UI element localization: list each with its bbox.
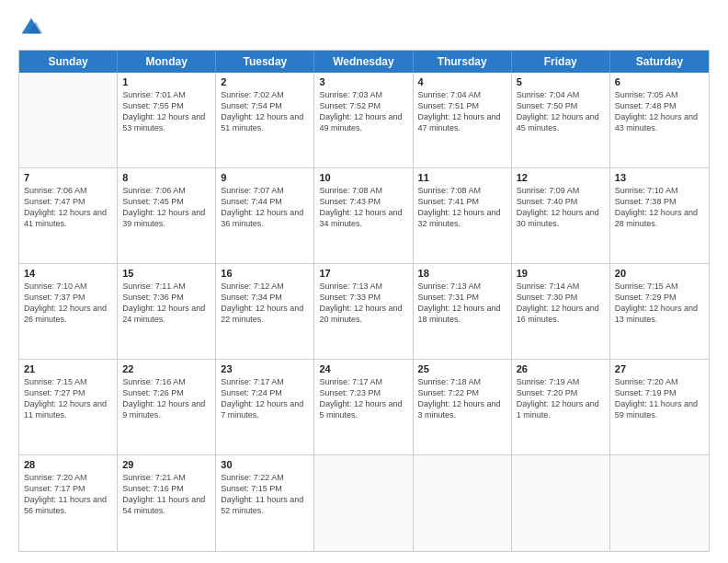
cell-info: Sunrise: 7:08 AM Sunset: 7:43 PM Dayligh… — [319, 185, 407, 230]
calendar-body: 1Sunrise: 7:01 AM Sunset: 7:55 PM Daylig… — [19, 73, 709, 551]
cell-date-number: 13 — [615, 172, 704, 183]
day-header-tuesday: Tuesday — [216, 51, 314, 73]
cell-info: Sunrise: 7:14 AM Sunset: 7:30 PM Dayligh… — [517, 281, 605, 326]
cell-date-number: 15 — [122, 268, 210, 279]
cell-date-number: 6 — [615, 76, 704, 87]
calendar-row-4: 21Sunrise: 7:15 AM Sunset: 7:27 PM Dayli… — [19, 360, 709, 455]
cell-info: Sunrise: 7:01 AM Sunset: 7:55 PM Dayligh… — [122, 89, 210, 134]
cell-info: Sunrise: 7:08 AM Sunset: 7:41 PM Dayligh… — [418, 185, 506, 230]
cell-date-number: 4 — [418, 76, 506, 87]
cell-info: Sunrise: 7:11 AM Sunset: 7:36 PM Dayligh… — [122, 281, 210, 326]
cell-date-number: 28 — [24, 459, 112, 470]
cell-info: Sunrise: 7:13 AM Sunset: 7:33 PM Dayligh… — [319, 281, 407, 326]
cell-info: Sunrise: 7:15 AM Sunset: 7:29 PM Dayligh… — [615, 281, 704, 326]
cell-date-number: 7 — [24, 172, 112, 183]
cell-date-number: 5 — [517, 76, 605, 87]
calendar-cell-20: 20Sunrise: 7:15 AM Sunset: 7:29 PM Dayli… — [610, 264, 709, 359]
calendar-row-2: 7Sunrise: 7:06 AM Sunset: 7:47 PM Daylig… — [19, 168, 709, 264]
cell-date-number: 12 — [517, 172, 605, 183]
calendar-cell-17: 17Sunrise: 7:13 AM Sunset: 7:33 PM Dayli… — [314, 264, 413, 359]
calendar-cell-14: 14Sunrise: 7:10 AM Sunset: 7:37 PM Dayli… — [19, 264, 118, 359]
calendar-cell-27: 27Sunrise: 7:20 AM Sunset: 7:19 PM Dayli… — [610, 360, 709, 454]
day-header-sunday: Sunday — [19, 51, 118, 73]
cell-date-number: 29 — [122, 459, 210, 470]
cell-date-number: 25 — [418, 363, 506, 374]
calendar-cell-9: 9Sunrise: 7:07 AM Sunset: 7:44 PM Daylig… — [216, 168, 314, 263]
cell-date-number: 1 — [122, 76, 210, 87]
day-header-monday: Monday — [118, 51, 216, 73]
cell-info: Sunrise: 7:03 AM Sunset: 7:52 PM Dayligh… — [319, 89, 407, 134]
cell-info: Sunrise: 7:10 AM Sunset: 7:38 PM Dayligh… — [615, 185, 704, 230]
cell-date-number: 19 — [517, 268, 605, 279]
cell-date-number: 3 — [319, 76, 407, 87]
calendar-cell-13: 13Sunrise: 7:10 AM Sunset: 7:38 PM Dayli… — [610, 168, 709, 263]
calendar-cell-2: 2Sunrise: 7:02 AM Sunset: 7:54 PM Daylig… — [216, 73, 314, 167]
cell-info: Sunrise: 7:09 AM Sunset: 7:40 PM Dayligh… — [517, 185, 605, 230]
cell-info: Sunrise: 7:20 AM Sunset: 7:17 PM Dayligh… — [24, 472, 112, 517]
calendar-cell-16: 16Sunrise: 7:12 AM Sunset: 7:34 PM Dayli… — [216, 264, 314, 359]
calendar-cell-18: 18Sunrise: 7:13 AM Sunset: 7:31 PM Dayli… — [414, 264, 512, 359]
calendar-cell-6: 6Sunrise: 7:05 AM Sunset: 7:48 PM Daylig… — [610, 73, 709, 167]
cell-info: Sunrise: 7:15 AM Sunset: 7:27 PM Dayligh… — [24, 376, 112, 421]
calendar-cell-5: 5Sunrise: 7:04 AM Sunset: 7:50 PM Daylig… — [512, 73, 610, 167]
calendar-cell-3: 3Sunrise: 7:03 AM Sunset: 7:52 PM Daylig… — [314, 73, 413, 167]
calendar-cell-empty-4-6 — [610, 455, 709, 551]
cell-date-number: 18 — [418, 268, 506, 279]
calendar-cell-25: 25Sunrise: 7:18 AM Sunset: 7:22 PM Dayli… — [414, 360, 512, 454]
cell-info: Sunrise: 7:04 AM Sunset: 7:50 PM Dayligh… — [517, 89, 605, 134]
cell-date-number: 2 — [221, 76, 309, 87]
cell-date-number: 24 — [319, 363, 407, 374]
header — [18, 15, 710, 40]
calendar-cell-empty-4-4 — [414, 455, 512, 551]
calendar-cell-23: 23Sunrise: 7:17 AM Sunset: 7:24 PM Dayli… — [216, 360, 314, 454]
calendar-cell-empty-0-0 — [19, 73, 118, 167]
calendar-cell-4: 4Sunrise: 7:04 AM Sunset: 7:51 PM Daylig… — [414, 73, 512, 167]
cell-info: Sunrise: 7:16 AM Sunset: 7:26 PM Dayligh… — [122, 376, 210, 421]
calendar-cell-29: 29Sunrise: 7:21 AM Sunset: 7:16 PM Dayli… — [118, 455, 216, 551]
calendar-cell-11: 11Sunrise: 7:08 AM Sunset: 7:41 PM Dayli… — [414, 168, 512, 263]
calendar-cell-22: 22Sunrise: 7:16 AM Sunset: 7:26 PM Dayli… — [118, 360, 216, 454]
cell-info: Sunrise: 7:20 AM Sunset: 7:19 PM Dayligh… — [615, 376, 704, 421]
cell-info: Sunrise: 7:06 AM Sunset: 7:47 PM Dayligh… — [24, 185, 112, 230]
calendar: SundayMondayTuesdayWednesdayThursdayFrid… — [18, 50, 710, 552]
cell-date-number: 8 — [122, 172, 210, 183]
calendar-cell-15: 15Sunrise: 7:11 AM Sunset: 7:36 PM Dayli… — [118, 264, 216, 359]
cell-info: Sunrise: 7:17 AM Sunset: 7:24 PM Dayligh… — [221, 376, 309, 421]
day-header-friday: Friday — [512, 51, 610, 73]
cell-info: Sunrise: 7:17 AM Sunset: 7:23 PM Dayligh… — [319, 376, 407, 421]
cell-info: Sunrise: 7:22 AM Sunset: 7:15 PM Dayligh… — [221, 472, 309, 517]
cell-info: Sunrise: 7:12 AM Sunset: 7:34 PM Dayligh… — [221, 281, 309, 326]
calendar-row-3: 14Sunrise: 7:10 AM Sunset: 7:37 PM Dayli… — [19, 264, 709, 360]
cell-date-number: 10 — [319, 172, 407, 183]
day-header-wednesday: Wednesday — [314, 51, 413, 73]
logo-icon — [18, 15, 44, 40]
cell-date-number: 17 — [319, 268, 407, 279]
cell-info: Sunrise: 7:10 AM Sunset: 7:37 PM Dayligh… — [24, 281, 112, 326]
calendar-cell-1: 1Sunrise: 7:01 AM Sunset: 7:55 PM Daylig… — [118, 73, 216, 167]
cell-date-number: 9 — [221, 172, 309, 183]
cell-info: Sunrise: 7:02 AM Sunset: 7:54 PM Dayligh… — [221, 89, 309, 134]
cell-info: Sunrise: 7:18 AM Sunset: 7:22 PM Dayligh… — [418, 376, 506, 421]
calendar-cell-30: 30Sunrise: 7:22 AM Sunset: 7:15 PM Dayli… — [216, 455, 314, 551]
calendar-cell-empty-4-3 — [314, 455, 413, 551]
calendar-header: SundayMondayTuesdayWednesdayThursdayFrid… — [19, 51, 709, 73]
cell-info: Sunrise: 7:06 AM Sunset: 7:45 PM Dayligh… — [122, 185, 210, 230]
cell-date-number: 27 — [615, 363, 704, 374]
page: SundayMondayTuesdayWednesdayThursdayFrid… — [0, 0, 728, 563]
cell-date-number: 23 — [221, 363, 309, 374]
cell-date-number: 21 — [24, 363, 112, 374]
cell-date-number: 20 — [615, 268, 704, 279]
logo — [18, 15, 48, 40]
cell-info: Sunrise: 7:04 AM Sunset: 7:51 PM Dayligh… — [418, 89, 506, 134]
calendar-cell-24: 24Sunrise: 7:17 AM Sunset: 7:23 PM Dayli… — [314, 360, 413, 454]
cell-info: Sunrise: 7:19 AM Sunset: 7:20 PM Dayligh… — [517, 376, 605, 421]
cell-date-number: 16 — [221, 268, 309, 279]
calendar-cell-12: 12Sunrise: 7:09 AM Sunset: 7:40 PM Dayli… — [512, 168, 610, 263]
cell-date-number: 30 — [221, 459, 309, 470]
calendar-cell-8: 8Sunrise: 7:06 AM Sunset: 7:45 PM Daylig… — [118, 168, 216, 263]
calendar-cell-19: 19Sunrise: 7:14 AM Sunset: 7:30 PM Dayli… — [512, 264, 610, 359]
calendar-cell-28: 28Sunrise: 7:20 AM Sunset: 7:17 PM Dayli… — [19, 455, 118, 551]
calendar-row-5: 28Sunrise: 7:20 AM Sunset: 7:17 PM Dayli… — [19, 455, 709, 551]
cell-info: Sunrise: 7:21 AM Sunset: 7:16 PM Dayligh… — [122, 472, 210, 517]
cell-info: Sunrise: 7:05 AM Sunset: 7:48 PM Dayligh… — [615, 89, 704, 134]
